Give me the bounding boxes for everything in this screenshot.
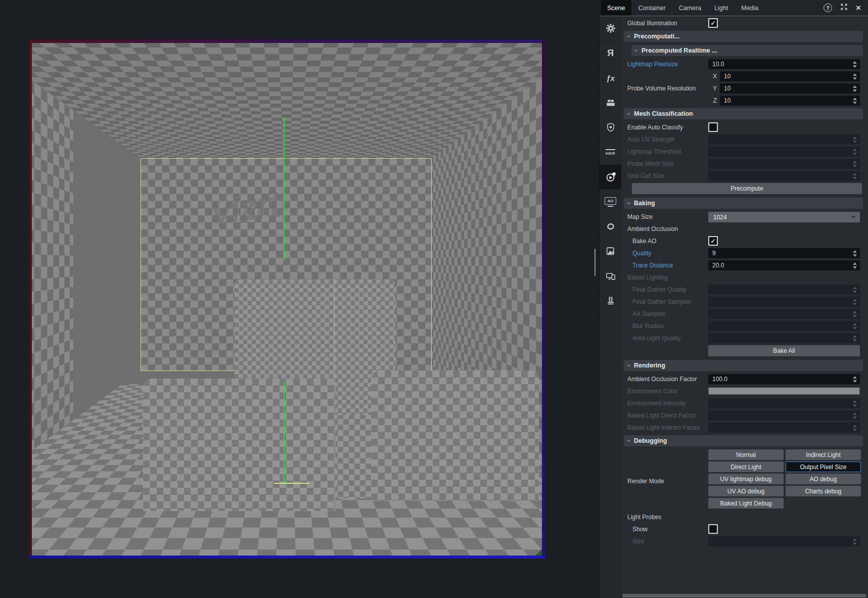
value-field[interactable]: 10.0	[708, 59, 860, 69]
step-up-icon[interactable]	[853, 61, 857, 64]
render-mode-direct-light[interactable]: Direct Light	[708, 462, 784, 472]
ambient-occlusion-icon[interactable]: AO	[600, 190, 621, 214]
stepper-arrows[interactable]	[850, 61, 860, 68]
step-up-icon[interactable]	[853, 262, 857, 265]
viewport-edge-right	[542, 39, 545, 559]
section-header-precomputed-realtime[interactable]: ›Precomputed Realtime ...	[631, 45, 863, 56]
row-size: Size	[624, 536, 863, 546]
settings-icon[interactable]	[600, 16, 621, 41]
stepper-arrows[interactable]	[850, 250, 860, 257]
checkbox-enable-auto-classify[interactable]	[708, 122, 718, 132]
tab-container[interactable]: Container	[631, 0, 672, 16]
close-icon[interactable]: ×	[856, 4, 861, 12]
step-down-icon[interactable]	[853, 77, 857, 80]
step-down-icon[interactable]	[853, 380, 857, 383]
render-mode-charts-debug[interactable]: Charts debug	[786, 486, 861, 496]
stepper-arrows[interactable]	[850, 262, 860, 269]
value-field[interactable]: 100.0	[708, 374, 860, 384]
row-environment-color: Environment Color	[624, 386, 863, 396]
step-down-icon	[853, 303, 857, 305]
stepper-arrows[interactable]	[850, 376, 860, 383]
dropdown-caret-icon	[851, 216, 855, 218]
step-down-icon[interactable]	[853, 89, 857, 92]
step-up-icon	[853, 538, 857, 541]
label: Area Light Quality	[624, 335, 680, 342]
bake-all-button[interactable]: Bake All	[708, 345, 860, 356]
step-down-icon[interactable]	[853, 65, 857, 68]
checkbox-global-illumination[interactable]: ✓	[708, 18, 718, 28]
row-bake-ao: Bake AO✓	[624, 236, 863, 246]
step-up-icon[interactable]	[853, 98, 857, 100]
safe-area-shield-icon[interactable]	[600, 115, 621, 140]
image-export-icon[interactable]	[600, 239, 621, 264]
render-mode-indirect-light[interactable]: Indirect Light	[786, 449, 861, 460]
value-field[interactable]: 20.0	[708, 260, 860, 270]
checkered-box-right	[371, 371, 539, 501]
section-header-precomputati[interactable]: ›Precomputati...	[624, 31, 863, 42]
step-up-icon[interactable]	[853, 376, 857, 379]
step-down-icon	[853, 291, 857, 293]
step-down-icon[interactable]	[853, 266, 857, 269]
dropdown-map-size[interactable]: 1024	[708, 212, 860, 222]
global-illumination-icon[interactable]	[600, 165, 621, 190]
tab-media[interactable]: Media	[735, 0, 765, 16]
section-header-rendering[interactable]: ›Rendering	[624, 360, 863, 371]
viewport-edge-top	[29, 39, 545, 43]
render-mode-output-pixel-size[interactable]: Output Pixel Size	[786, 462, 861, 472]
render-mode-ao-debug[interactable]: AO debug	[786, 474, 861, 484]
value-field[interactable]: 9	[708, 248, 860, 258]
step-down-icon[interactable]	[853, 102, 857, 104]
row-baked-light-direct-factor: Baked Light Direct Factor	[624, 410, 863, 421]
horizontal-scrollbar[interactable]	[622, 594, 866, 597]
row-quality: Quality9	[624, 248, 863, 258]
section-header-mesh-classification[interactable]: ›Mesh Classification	[624, 108, 863, 119]
stepper-arrows	[850, 173, 860, 179]
devices-icon[interactable]	[600, 264, 621, 289]
checkbox-bake-ao[interactable]: ✓	[708, 236, 718, 246]
value-field[interactable]: 10	[720, 83, 860, 94]
tab-camera[interactable]: Camera	[672, 0, 708, 16]
expand-icon[interactable]	[840, 3, 848, 13]
value-field[interactable]: 10	[720, 96, 860, 106]
value-field[interactable]: 10	[720, 71, 860, 81]
render-mode-row: Render ModeNormalIndirect LightDirect Li…	[624, 449, 863, 509]
chevron-down-icon: ›	[625, 440, 632, 442]
step-up-icon[interactable]	[853, 73, 857, 76]
step-up-icon	[853, 400, 857, 403]
render-mode-baked-light-debug[interactable]: Baked Light Debug	[708, 498, 784, 509]
render-mode-uv-ao-debug[interactable]: UV AO debug	[708, 486, 784, 496]
section-header-baking[interactable]: ›Baking	[624, 198, 863, 209]
checkered-box-left	[143, 379, 335, 511]
render-mode-uv-lightmap-debug[interactable]: UV lightmap debug	[708, 474, 784, 484]
sync-icon[interactable]	[600, 214, 621, 239]
container-blocks-icon[interactable]	[600, 90, 621, 115]
step-up-icon[interactable]	[853, 250, 857, 253]
effects-fx-icon[interactable]: ƒx	[600, 66, 621, 90]
corner-marker	[535, 549, 542, 556]
r-logo-icon[interactable]: R	[600, 41, 621, 66]
row-enable-auto-classify: Enable Auto Classify	[624, 122, 863, 132]
precompute-button[interactable]: Precompute	[632, 183, 862, 194]
chevron-down-icon: ›	[625, 113, 632, 115]
step-up-icon	[853, 161, 857, 163]
stepper-arrows[interactable]	[850, 73, 860, 80]
viewport-3d[interactable]: vizrt	[29, 39, 545, 559]
step-down-icon	[853, 327, 857, 330]
step-up-icon[interactable]	[853, 85, 857, 88]
hdr-icon[interactable]: HDR	[600, 140, 621, 165]
stepper-arrows[interactable]	[850, 85, 860, 92]
step-down-icon[interactable]	[853, 254, 857, 257]
strip-scrollbar[interactable]	[595, 249, 596, 276]
tab-light[interactable]: Light	[708, 0, 735, 16]
label: Probe Mesh Size	[624, 160, 673, 167]
checkbox-show[interactable]	[708, 524, 718, 534]
render-mode-normal[interactable]: Normal	[708, 449, 784, 460]
help-icon[interactable]: ?	[824, 4, 832, 12]
tab-scene[interactable]: Scene	[601, 0, 631, 16]
label: Probe Volume Resolution	[624, 85, 696, 92]
stepper-arrows[interactable]	[850, 98, 860, 104]
stamp-icon[interactable]: U	[600, 289, 621, 313]
section-header-debugging[interactable]: ›Debugging	[624, 435, 863, 446]
row-ambient-occlusion-factor: Ambient Occlusion Factor100.0	[624, 374, 863, 384]
value-field	[708, 398, 860, 408]
